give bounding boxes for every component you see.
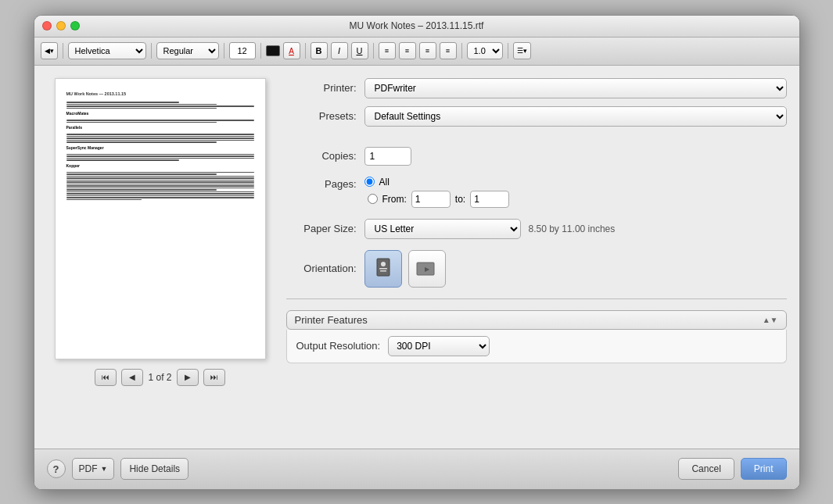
toolbar-divider-6	[373, 43, 374, 59]
preview-line	[66, 141, 217, 143]
preview-section-5	[66, 172, 254, 201]
printer-row: Printer: PDFwriter	[286, 78, 787, 98]
list-button[interactable]: ☰▾	[513, 42, 531, 59]
pages-range-radio[interactable]	[368, 194, 378, 204]
preview-line	[66, 189, 217, 191]
output-resolution-selector[interactable]: 300 DPI	[388, 336, 490, 356]
preview-line	[66, 134, 254, 135]
presets-row: Presets: Default Settings	[286, 106, 787, 127]
output-resolution-row: Output Resolution: 300 DPI	[286, 330, 787, 363]
font-style-selector[interactable]: Regular	[156, 42, 219, 59]
preview-line	[66, 191, 254, 193]
preview-line	[66, 184, 254, 185]
orientation-row: Orientation: ▶	[286, 250, 787, 288]
text-color-button[interactable]: A	[283, 42, 300, 59]
preview-line	[66, 177, 254, 179]
preview-title: MU Work Notes — 2013.11.15	[66, 91, 254, 98]
paper-size-row: Paper Size: US Letter 8.50 by 11.00 inch…	[286, 219, 787, 239]
italic-button[interactable]: I	[331, 42, 348, 59]
preview-line	[66, 120, 254, 121]
toolbar-divider-3	[224, 43, 224, 59]
preview-line	[66, 105, 254, 107]
bold-button[interactable]: B	[311, 42, 328, 59]
preview-line	[66, 176, 254, 177]
color-picker[interactable]	[266, 45, 280, 56]
preview-section-2	[66, 120, 254, 123]
page-indicator: 1 of 2	[148, 372, 171, 383]
pages-all-label: All	[379, 177, 390, 188]
underline-button[interactable]: U	[351, 42, 368, 59]
maximize-button[interactable]	[70, 21, 80, 30]
copies-row: Copies: 1	[286, 147, 787, 166]
svg-point-1	[381, 262, 386, 266]
pdf-label: PDF	[79, 463, 98, 474]
close-button[interactable]	[42, 21, 52, 30]
printer-features-section: Printer Features ▲▼ Output Resolution: 3…	[286, 310, 787, 363]
preview-line	[66, 188, 254, 189]
align-center-button[interactable]: ≡	[399, 42, 416, 59]
preview-line	[66, 104, 217, 105]
toolbar: ◀▾ Helvetica Regular 12 A B I U ≡ ≡ ≡ ≡ …	[34, 38, 799, 66]
print-button[interactable]: Print	[741, 458, 787, 480]
hide-details-button[interactable]: Hide Details	[120, 458, 189, 480]
last-page-button[interactable]: ⏭	[203, 369, 225, 386]
cancel-button[interactable]: Cancel	[678, 458, 734, 480]
window-title: MU Work Notes – 2013.11.15.rtf	[350, 20, 484, 31]
align-justify-button[interactable]: ≡	[440, 42, 457, 59]
from-page-input[interactable]	[411, 191, 451, 208]
preview-line	[66, 195, 254, 197]
font-size-box[interactable]: 12	[229, 42, 256, 59]
from-label: From:	[382, 194, 407, 205]
presets-label: Presets:	[286, 110, 357, 122]
preview-heading: Kopper	[66, 163, 254, 169]
paper-size-label: Paper Size:	[286, 223, 357, 234]
prev-page-button[interactable]: ◀	[121, 369, 143, 386]
help-button[interactable]: ?	[47, 459, 66, 478]
preview-line	[66, 108, 217, 109]
orientation-label: Orientation:	[286, 263, 357, 274]
next-page-button[interactable]: ▶	[177, 369, 199, 386]
preview-line	[66, 159, 179, 161]
pages-range-row: From: to:	[368, 191, 510, 208]
font-selector[interactable]: Helvetica	[68, 42, 146, 59]
pdf-button[interactable]: PDF ▼	[72, 458, 115, 480]
svg-rect-2	[379, 268, 387, 270]
copies-input[interactable]: 1	[364, 147, 411, 166]
title-bar: MU Work Notes – 2013.11.15.rtf	[34, 16, 799, 38]
align-left-button[interactable]: ≡	[379, 42, 396, 59]
presets-control: Default Settings	[364, 106, 787, 127]
minimize-button[interactable]	[56, 21, 66, 30]
first-page-button[interactable]: ⏮	[95, 369, 117, 386]
history-back-button[interactable]: ◀▾	[41, 42, 58, 59]
portrait-button[interactable]	[364, 250, 402, 288]
pages-section: All From: to:	[364, 177, 510, 208]
preview-heading: Parallels	[66, 125, 254, 130]
nav-controls: ⏮ ◀ 1 of 2 ▶ ⏭	[95, 369, 224, 386]
pdf-dropdown-icon[interactable]: ▼	[101, 465, 108, 473]
pages-all-radio[interactable]	[364, 177, 375, 187]
toolbar-divider-2	[151, 43, 152, 59]
preview-line	[66, 154, 254, 155]
preview-line	[66, 158, 254, 159]
line-spacing-selector[interactable]: 1.0	[467, 42, 503, 59]
preview-line	[66, 197, 254, 198]
to-page-input[interactable]	[470, 191, 509, 208]
pages-row: Pages: All From: to:	[286, 177, 787, 208]
landscape-button[interactable]: ▶	[408, 250, 446, 288]
preview-line	[66, 199, 142, 201]
printer-features-header[interactable]: Printer Features ▲▼	[286, 310, 787, 330]
presets-selector[interactable]: Default Settings	[364, 106, 787, 127]
printer-selector[interactable]: PDFwriter	[364, 78, 787, 98]
align-right-button[interactable]: ≡	[419, 42, 436, 59]
preview-line	[66, 193, 254, 195]
separator-1	[286, 298, 787, 299]
pages-all-row: All	[364, 177, 510, 188]
paper-size-selector[interactable]: US Letter	[364, 219, 521, 239]
preview-line	[66, 140, 254, 141]
preview-line	[66, 181, 254, 183]
output-resolution-label: Output Resolution:	[296, 340, 381, 352]
preview-line	[66, 136, 254, 138]
landscape-icon: ▶	[416, 260, 438, 277]
preview-line	[66, 172, 254, 173]
chevron-down-icon: ▲▼	[763, 316, 778, 324]
